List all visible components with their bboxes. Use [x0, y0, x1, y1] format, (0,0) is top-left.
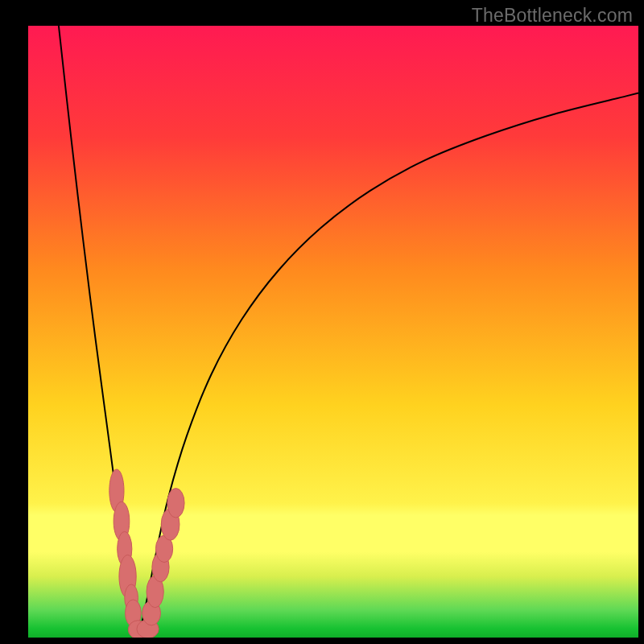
- chart-frame: TheBottleneck.com: [0, 0, 644, 644]
- watermark-text: TheBottleneck.com: [472, 5, 633, 27]
- plot-area: [28, 26, 638, 638]
- data-marker: [167, 489, 184, 518]
